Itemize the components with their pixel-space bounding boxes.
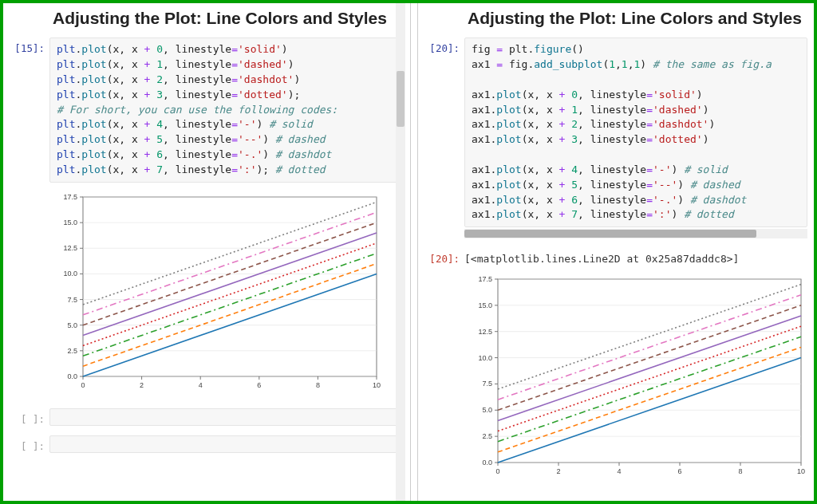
- output-cell: [20]: [<matplotlib.lines.Line2D at 0x25a…: [418, 246, 814, 273]
- code-cell[interactable]: [15]: plt.plot(x, x + 0, linestyle='soli…: [3, 36, 407, 191]
- section-heading: Adjusting the Plot: Line Colors and Styl…: [418, 3, 814, 36]
- right-notebook-pane[interactable]: Adjusting the Plot: Line Colors and Styl…: [418, 3, 814, 501]
- svg-text:15.0: 15.0: [63, 219, 77, 226]
- plot-output: 0.02.55.07.510.012.515.017.50246810: [464, 273, 806, 483]
- svg-text:12.5: 12.5: [478, 328, 492, 336]
- svg-text:6: 6: [257, 381, 261, 389]
- svg-text:7.5: 7.5: [67, 295, 77, 303]
- svg-text:5.0: 5.0: [482, 407, 492, 415]
- scrollbar-thumb[interactable]: [397, 71, 405, 127]
- svg-text:0.0: 0.0: [482, 459, 492, 467]
- input-prompt: [15]:: [6, 37, 49, 54]
- svg-text:5.0: 5.0: [67, 321, 77, 329]
- svg-text:4: 4: [199, 381, 203, 389]
- svg-text:10.0: 10.0: [63, 270, 77, 278]
- empty-cell[interactable]: [ ]:: [3, 407, 407, 434]
- svg-text:8: 8: [738, 467, 742, 475]
- output-text: [<matplotlib.lines.Line2D at 0x25a87dadd…: [464, 248, 807, 265]
- svg-text:0: 0: [81, 381, 85, 389]
- output-prompt: [20]:: [421, 248, 464, 265]
- svg-text:8: 8: [316, 381, 320, 389]
- input-prompt: [20]:: [421, 37, 464, 54]
- scrollbar-thumb[interactable]: [464, 230, 756, 238]
- line-plot: 0.02.55.07.510.012.515.017.50246810: [464, 273, 807, 480]
- svg-text:4: 4: [617, 467, 621, 475]
- input-prompt-empty: [ ]:: [6, 408, 49, 425]
- svg-text:0.0: 0.0: [67, 372, 77, 380]
- app-frame: Adjusting the Plot: Line Colors and Styl…: [0, 0, 817, 504]
- svg-text:0: 0: [495, 467, 499, 475]
- svg-text:2.5: 2.5: [482, 432, 492, 440]
- svg-text:2.5: 2.5: [67, 347, 77, 355]
- horizontal-scrollbar[interactable]: [464, 229, 807, 238]
- svg-text:17.5: 17.5: [63, 193, 77, 201]
- pane-divider[interactable]: [410, 3, 418, 501]
- code-editor[interactable]: fig = plt.figure() ax1 = fig.add_subplot…: [464, 37, 807, 227]
- left-notebook-pane[interactable]: Adjusting the Plot: Line Colors and Styl…: [3, 3, 407, 501]
- svg-text:10: 10: [797, 467, 805, 475]
- svg-text:2: 2: [556, 467, 560, 475]
- svg-text:15.0: 15.0: [478, 301, 492, 309]
- code-cell[interactable]: [20]: fig = plt.figure() ax1 = fig.add_s…: [418, 36, 814, 246]
- svg-text:7.5: 7.5: [482, 380, 492, 388]
- line-plot: 0.02.55.07.510.012.515.017.50246810: [49, 191, 383, 394]
- svg-text:2: 2: [140, 381, 144, 389]
- svg-text:10.0: 10.0: [478, 354, 492, 362]
- svg-rect-0: [83, 197, 377, 376]
- code-editor[interactable]: [49, 435, 401, 453]
- svg-text:6: 6: [677, 467, 681, 475]
- svg-text:17.5: 17.5: [478, 275, 492, 283]
- code-editor[interactable]: [49, 408, 401, 426]
- svg-rect-37: [498, 279, 801, 463]
- code-editor[interactable]: plt.plot(x, x + 0, linestyle='solid') pl…: [49, 37, 401, 183]
- svg-text:10: 10: [373, 381, 381, 389]
- vertical-scrollbar[interactable]: [396, 3, 405, 501]
- svg-text:12.5: 12.5: [63, 244, 77, 252]
- input-prompt-empty: [ ]:: [6, 435, 49, 452]
- section-heading: Adjusting the Plot: Line Colors and Styl…: [3, 3, 407, 36]
- plot-output: 0.02.55.07.510.012.515.017.50246810: [49, 191, 399, 397]
- empty-cell[interactable]: [ ]:: [3, 434, 407, 461]
